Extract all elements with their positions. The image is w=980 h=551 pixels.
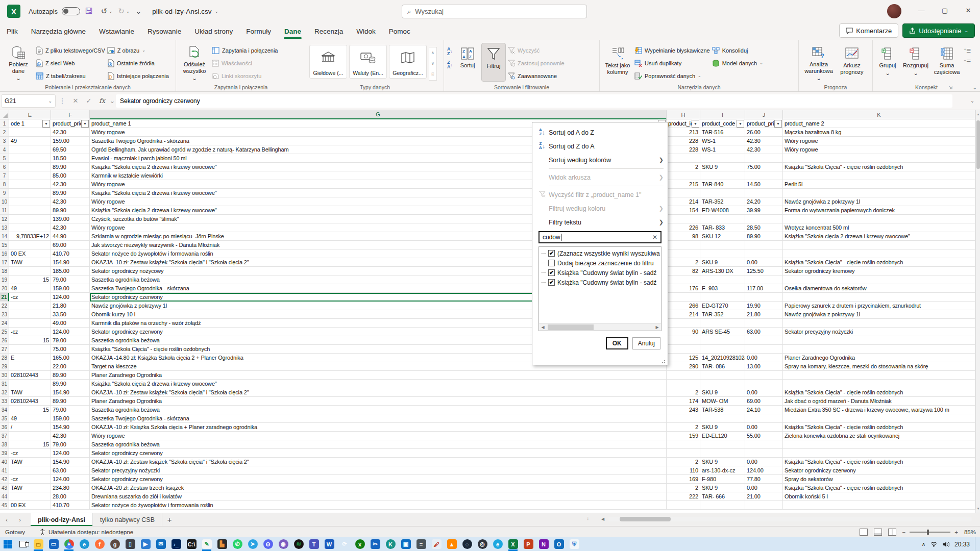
sort-za-button[interactable]: ZA↓ [447,60,453,69]
cell-I26[interactable] [700,336,745,345]
ribbon-tab-dane[interactable]: Dane [278,22,308,40]
select-all-corner[interactable] [0,110,9,119]
queries-connections-button[interactable]: Zapytania i połączenia [212,45,278,56]
file-explorer-icon[interactable]: 🗀 [31,537,46,551]
sort-button[interactable]: ZAAZ Sortuj [456,43,479,82]
filter-checkbox-item[interactable]: ✔(Zaznacz wszystkie wyniki wyszukiwa [539,248,661,258]
row-number[interactable]: 31 [0,380,9,388]
cell-F43[interactable]: 234.80 [51,484,90,492]
sheet-nav-left-icon[interactable]: ‹ [0,517,13,523]
steam-icon[interactable]: ◌ [459,537,475,551]
cell-K4[interactable]: Wióry rogowe [783,145,975,154]
cell-F5[interactable]: 18.50 [51,154,90,163]
vlc-icon[interactable]: ▲ [444,537,459,551]
row-number[interactable]: 1 [0,119,9,128]
filter-list-hscrollbar[interactable]: ◀ ▶ [539,323,661,331]
show-detail-icon[interactable]: ⁺☰ [964,48,971,54]
cell-I7[interactable] [700,171,745,180]
row-number[interactable]: 29 [0,362,9,371]
zoom-out-icon[interactable]: − [902,529,906,535]
cell-J8[interactable]: 14.50 [745,180,783,189]
cell-I32[interactable]: SKU 9 [700,388,745,397]
row-number[interactable]: 8 [0,180,9,189]
cell-I25[interactable]: ARS SE-45 [700,328,745,336]
cell-I44[interactable]: TAR- 666 [700,492,745,501]
filter-menu-item[interactable]: AZ↓Sortuj od A do Z [532,126,668,139]
cell-F23[interactable]: 33.50 [51,310,90,319]
group-button[interactable]: Grupuj⌄ [876,43,899,82]
cell-I28[interactable]: 14_20210928102443 [700,354,745,362]
cell-F9[interactable]: 89.90 [51,189,90,197]
word-icon[interactable]: W [322,537,337,551]
cell-E36[interactable]: / [9,423,51,432]
cell-E26[interactable]: 15 [9,336,51,345]
cell-I13[interactable]: TAR- 833 [700,223,745,232]
share-button[interactable]: Udostępnianie ⌄ [902,23,975,38]
quick-access-customize-icon[interactable]: ⌄ [132,5,145,18]
cell-K15[interactable] [783,241,975,249]
ribbon-tab-formuły[interactable]: Formuły [239,22,278,40]
cell-K22[interactable]: Papierowy sznurek z drutem i przycinakie… [783,302,975,310]
cell-K19[interactable] [783,276,975,284]
cell-E43[interactable]: TAW [9,484,51,492]
cell-K12[interactable] [783,215,975,223]
header-cell-F[interactable]: product_price▼ [51,119,90,128]
cell-J27[interactable] [745,345,783,354]
data-validation-button[interactable]: Poprawność danych⌄ [634,70,710,81]
cell-J9[interactable] [745,189,783,197]
collapse-ribbon-icon[interactable]: ⌄ [973,85,977,90]
cell-H6[interactable]: 2 [667,163,700,171]
mail-icon[interactable]: ✉ [153,537,168,551]
refresh-all-button[interactable]: Odśwież wszystko⌄ [179,43,210,82]
cell-J18[interactable]: 125.50 [745,267,783,276]
cell-J2[interactable]: 26.00 [745,128,783,137]
cell-F35[interactable]: 159.00 [51,414,90,423]
cell-H25[interactable]: 90 [667,328,700,336]
row-number[interactable]: 20 [0,284,9,293]
what-if-analysis-button[interactable]: ? Analiza warunkowa⌄ [802,43,836,82]
cancel-entry-icon[interactable]: ✕ [69,97,82,105]
phone-link-icon[interactable]: ▯ [122,537,138,551]
cell-F19[interactable]: 79.00 [51,276,90,284]
task-view-button[interactable] [15,537,31,551]
cell-F11[interactable]: 89.90 [51,206,90,215]
cell-F42[interactable]: 124.00 [51,475,90,484]
cell-H33[interactable]: 174 [667,397,700,406]
cell-K7[interactable] [783,171,975,180]
row-number[interactable]: 27 [0,345,9,354]
cell-I22[interactable]: ED-GT270 [700,302,745,310]
cell-F32[interactable]: 154.90 [51,388,90,397]
powershell-icon[interactable]: ›_ [168,537,184,551]
ribbon-tab-wstawianie[interactable]: Wstawianie [92,22,141,40]
cell-K20[interactable]: Osełka diamentowa do sekatorów [783,284,975,293]
scroll-down-icon[interactable]: ▼ [976,505,980,513]
subtotal-button[interactable]: Suma częściowa [932,43,962,82]
cell-J21[interactable] [745,293,783,302]
cell-F7[interactable]: 85.00 [51,171,90,180]
cell-H9[interactable] [667,189,700,197]
cell-H5[interactable] [667,154,700,163]
cell-H29[interactable]: 290 [667,362,700,371]
advanced-filter-button[interactable]: Zaawansowane [508,70,565,81]
existing-connections-button[interactable]: Istniejące połączenia [107,70,169,81]
excel-icon[interactable]: X [505,537,521,551]
cell-E30[interactable]: 028102443 [9,371,51,380]
cell-F6[interactable]: 89.90 [51,163,90,171]
sort-az-button[interactable]: AZ↓ [447,47,453,56]
row-number[interactable]: 26 [0,336,9,345]
vertical-scrollbar[interactable]: ▲ ▼ [975,110,980,513]
cell-H2[interactable]: 213 [667,128,700,137]
photos-icon[interactable]: ▣ [398,537,413,551]
cell-J17[interactable]: 0.00 [745,258,783,267]
ribbon-tab-recenzja[interactable]: Recenzja [308,22,350,40]
filter-search-input[interactable]: cudow ✕ [538,231,662,243]
cell-G32[interactable]: OKAZJA -10 zł: Zestaw książek "Szkoła ci… [90,388,667,397]
cell-K2[interactable]: Mączka bazaltowa 8 kg [783,128,975,137]
cell-J13[interactable]: 28.50 [745,223,783,232]
cell-H3[interactable]: 228 [667,137,700,145]
cell-J6[interactable]: 75.00 [745,163,783,171]
cell-J30[interactable] [745,371,783,380]
filter-list-scroll-thumb[interactable] [548,324,594,330]
zoom-knob[interactable] [927,530,929,535]
cell-H4[interactable]: 228 [667,145,700,154]
